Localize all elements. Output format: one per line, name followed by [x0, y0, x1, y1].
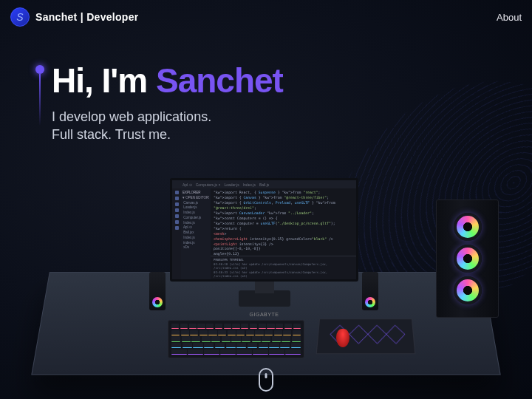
hero-sub1: I develop web applications. — [52, 108, 283, 126]
logo-icon: S — [10, 7, 30, 27]
monitor-brand: GIGABYTE — [250, 312, 279, 317]
svg-marker-1 — [349, 325, 367, 344]
speaker-right — [362, 272, 378, 310]
keyboard — [168, 320, 304, 358]
accent-line — [39, 74, 41, 126]
monitor-screen: Apl.⊙Computers.js ×Loader.jsIndex.jsBall… — [170, 178, 358, 282]
accent-dot — [35, 65, 44, 74]
monitor: GIGABYTE Apl.⊙Computers.js ×Loader.jsInd… — [170, 181, 358, 307]
rgb-ring-icon — [365, 297, 375, 307]
mouse — [336, 329, 349, 347]
hero-name: Sanchet — [156, 61, 283, 100]
editor-tabs: Apl.⊙Computers.js ×Loader.jsIndex.jsBall… — [172, 180, 356, 188]
editor-terminal: PROBLEMS TERMINAL02:40:18 [vite] hmr upd… — [211, 256, 356, 279]
nav-about[interactable]: About — [497, 12, 522, 23]
svg-marker-3 — [386, 325, 405, 344]
rgb-ring-icon — [152, 297, 163, 307]
rgb-fan-icon — [454, 245, 482, 273]
rgb-fan-icon — [454, 213, 482, 241]
editor-code: "kw">import React, { Suspense } "kw">fro… — [211, 188, 356, 279]
scroll-indicator[interactable] — [259, 368, 273, 392]
hero-sub2: Full stack. Trust me. — [52, 126, 283, 143]
editor-explorer: EXPLORER▾ OPEN EDITORS Canvas.js Loader.… — [181, 188, 211, 279]
hero-title: Hi, I'm Sanchet — [52, 61, 283, 100]
svg-marker-2 — [368, 325, 387, 344]
brand-text: Sanchet | Developer — [35, 11, 139, 23]
speaker-left — [149, 272, 166, 310]
rgb-fan-icon — [454, 276, 482, 304]
hero-greeting: Hi, I'm — [52, 61, 156, 100]
pc-tower — [436, 200, 499, 318]
brand[interactable]: S Sanchet | Developer — [10, 7, 139, 27]
mousepad — [316, 318, 416, 354]
editor-activity-bar — [172, 188, 181, 279]
hero-sub: I develop web applications. Full stack. … — [52, 108, 283, 144]
hero: Hi, I'm Sanchet I develop web applicatio… — [52, 61, 283, 144]
